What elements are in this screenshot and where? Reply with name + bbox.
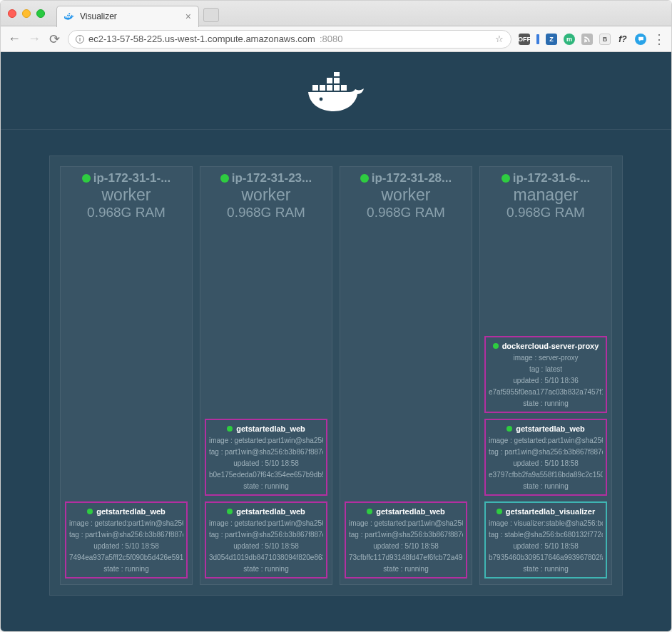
task-card: getstartedlab_webimage : getstarted:part…: [65, 501, 188, 579]
task-name: getstartedlab_web: [489, 424, 603, 433]
status-dot-icon: [227, 509, 233, 514]
task-card: getstartedlab_webimage : getstarted:part…: [205, 419, 327, 496]
ext-m-icon[interactable]: m: [564, 34, 575, 45]
task-card: getstartedlab_webimage : getstarted:part…: [484, 419, 607, 496]
task-name: getstartedlab_visualizer: [489, 507, 603, 516]
swarm-grid: ip-172-31-1-...worker0.968G RAMgetstarte…: [49, 156, 623, 596]
svg-rect-4: [334, 78, 340, 83]
node-name: ip-172-31-6-...: [484, 171, 607, 185]
status-dot-icon: [82, 174, 91, 183]
node-header: ip-172-31-23...worker0.968G RAM: [200, 167, 332, 223]
url-port: :8080: [320, 34, 343, 44]
status-dot-icon: [87, 509, 93, 514]
status-dot-icon: [493, 343, 499, 349]
task-hash: 7494ea937a5fff2c5f090b5d426e591a: [69, 554, 183, 561]
task-state: state : running: [489, 482, 603, 490]
address-bar: ← → ⟳ i ec2-13-57-58-225.us-west-1.compu…: [1, 26, 671, 52]
task-tag: tag : part1win@sha256:b3b867f887c: [349, 531, 463, 539]
maximize-window-button[interactable]: [36, 9, 45, 18]
task-list: dockercloud-server-proxyimage : server-p…: [484, 228, 607, 579]
task-image: image : getstarted:part1win@sha256: [69, 519, 183, 527]
task-updated: updated : 5/10 18:58: [69, 542, 183, 550]
node-ram: 0.968G RAM: [65, 205, 188, 220]
svg-rect-1: [327, 85, 332, 91]
ext-chat-icon[interactable]: [635, 34, 646, 45]
reload-button[interactable]: ⟳: [48, 31, 61, 47]
swarm-node: ip-172-31-23...worker0.968G RAMgetstarte…: [200, 166, 332, 585]
task-image: image : getstarted:part1win@sha256: [489, 437, 603, 444]
svg-rect-3: [327, 78, 332, 83]
ext-f-icon[interactable]: f?: [617, 34, 628, 45]
task-name: getstartedlab_web: [209, 507, 323, 516]
docker-logo-icon: [307, 72, 365, 116]
task-list: getstartedlab_webimage : getstarted:part…: [345, 228, 467, 579]
node-role: worker: [345, 185, 467, 205]
node-name: ip-172-31-28...: [345, 171, 467, 185]
extension-icons: OFF Z m B f? ⋮: [519, 31, 664, 47]
task-tag: tag : part1win@sha256:b3b867f887c: [209, 448, 323, 456]
close-tab-icon[interactable]: ×: [185, 11, 191, 22]
node-name: ip-172-31-23...: [205, 171, 327, 185]
ext-off-icon[interactable]: OFF: [519, 34, 530, 45]
tab-title: Visualizer: [80, 11, 117, 21]
ext-flag-icon[interactable]: [536, 34, 539, 44]
browser-tab[interactable]: Visualizer ×: [56, 6, 199, 27]
ext-b-icon[interactable]: B: [599, 34, 611, 45]
task-state: state : running: [209, 482, 323, 490]
task-name: dockercloud-server-proxy: [489, 342, 603, 350]
task-hash: 3d054d1019db8471038094f820e863f: [209, 554, 323, 561]
task-card: getstartedlab_visualizerimage : visualiz…: [484, 501, 607, 579]
node-header: ip-172-31-1-...worker0.968G RAM: [61, 167, 192, 223]
svg-rect-0: [320, 85, 325, 91]
task-card: dockercloud-server-proxyimage : server-p…: [484, 336, 607, 413]
svg-rect-5: [334, 72, 340, 76]
whale-icon: [64, 11, 74, 21]
info-icon: i: [76, 35, 84, 44]
node-ram: 0.968G RAM: [484, 205, 607, 220]
task-name: getstartedlab_web: [69, 507, 183, 516]
swarm-node: ip-172-31-28...worker0.968G RAMgetstarte…: [340, 166, 472, 585]
forward-button[interactable]: →: [28, 31, 41, 46]
task-state: state : running: [69, 565, 183, 573]
swarm-node: ip-172-31-6-...manager0.968G RAMdockercl…: [479, 166, 612, 585]
task-updated: updated : 5/10 18:58: [209, 542, 323, 550]
task-name: getstartedlab_web: [349, 507, 463, 516]
node-ram: 0.968G RAM: [345, 205, 467, 220]
divider: [1, 129, 671, 130]
svg-rect-6: [312, 85, 318, 91]
node-role: manager: [484, 185, 607, 205]
back-button[interactable]: ←: [8, 31, 21, 46]
task-image: image : getstarted:part1win@sha256: [349, 519, 463, 527]
status-dot-icon: [506, 426, 512, 432]
task-updated: updated : 5/10 18:58: [489, 459, 603, 467]
task-list: getstartedlab_webimage : getstarted:part…: [65, 228, 188, 579]
node-name: ip-172-31-1-...: [65, 171, 188, 185]
task-state: state : running: [209, 565, 323, 573]
svg-rect-7: [341, 85, 347, 91]
task-hash: b7935460b309517646a993967802fa: [489, 554, 603, 561]
task-updated: updated : 5/10 18:36: [489, 377, 603, 384]
browser-menu-button[interactable]: ⋮: [653, 31, 664, 47]
bookmark-star-icon[interactable]: ☆: [495, 34, 504, 44]
close-window-button[interactable]: [8, 9, 16, 18]
task-tag: tag : latest: [489, 365, 603, 373]
task-card: getstartedlab_webimage : getstarted:part…: [205, 501, 327, 579]
ext-z-icon[interactable]: Z: [546, 34, 557, 45]
task-updated: updated : 5/10 18:58: [209, 459, 323, 467]
task-updated: updated : 5/10 18:58: [349, 542, 463, 550]
task-image: image : server-proxy: [489, 354, 603, 362]
node-ram: 0.968G RAM: [205, 205, 327, 220]
task-tag: tag : part1win@sha256:b3b867f887c: [69, 531, 183, 539]
browser-window: Visualizer × ← → ⟳ i ec2-13-57-58-225.us…: [0, 0, 672, 632]
svg-rect-2: [334, 85, 340, 91]
ext-rss-icon[interactable]: [581, 34, 593, 45]
node-header: ip-172-31-6-...manager0.968G RAM: [480, 167, 611, 223]
status-dot-icon: [227, 426, 233, 432]
url-input[interactable]: i ec2-13-57-58-225.us-west-1.compute.ama…: [68, 30, 511, 49]
status-dot-icon: [220, 174, 229, 183]
task-image: image : getstarted:part1win@sha256: [209, 519, 323, 527]
task-list: getstartedlab_webimage : getstarted:part…: [205, 228, 327, 579]
node-header: ip-172-31-28...worker0.968G RAM: [340, 167, 472, 223]
minimize-window-button[interactable]: [22, 9, 31, 18]
new-tab-button[interactable]: [203, 8, 219, 22]
